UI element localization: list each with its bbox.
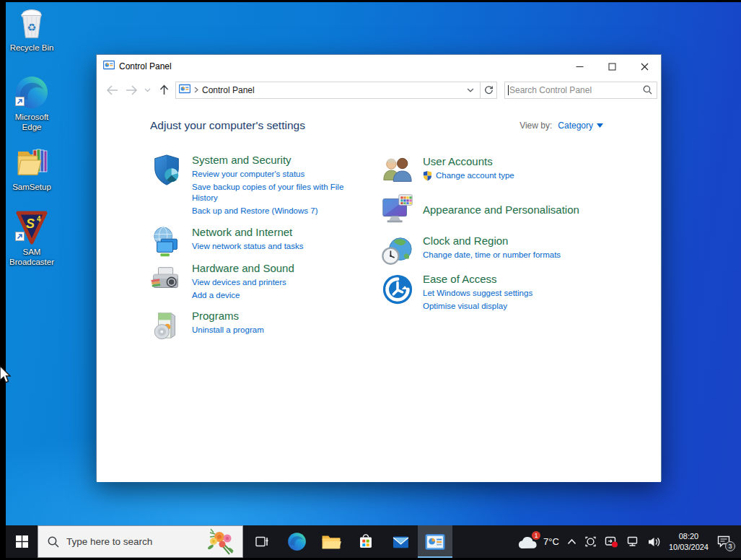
category-link[interactable]: Change date, time or number formats <box>423 250 561 261</box>
category-user-accounts: User Accounts Change account type <box>381 155 514 188</box>
edge-icon <box>14 75 49 110</box>
control-panel-icon <box>425 533 445 551</box>
control-panel-search[interactable] <box>504 82 657 99</box>
taskbar-clock[interactable]: 08:20 10/03/2024 <box>669 531 709 553</box>
sam-broadcaster-icon: S 4 <box>14 210 49 245</box>
forward-arrow-icon <box>126 85 138 95</box>
forward-button[interactable] <box>123 82 139 99</box>
weather-alert-badge: 1 <box>532 531 540 540</box>
category-title[interactable]: Ease of Access <box>423 273 532 285</box>
category-link[interactable]: View network status and tasks <box>192 241 303 252</box>
category-title[interactable]: Clock and Region <box>423 235 561 247</box>
category-ease-of-access: Ease of Access Let Windows suggest setti… <box>381 273 532 312</box>
back-button[interactable] <box>104 82 120 99</box>
refresh-button[interactable] <box>481 82 497 99</box>
tray-meet-now-icon[interactable] <box>584 535 597 548</box>
task-view-button[interactable] <box>245 525 279 558</box>
two-users-icon[interactable] <box>381 155 414 188</box>
clock-date: 10/03/2024 <box>669 542 709 553</box>
window-titlebar[interactable]: Control Panel <box>97 55 661 78</box>
search-icon[interactable] <box>643 85 652 95</box>
recent-pages-button[interactable] <box>143 82 152 99</box>
breadcrumb[interactable]: Control Panel <box>202 85 460 95</box>
flower-bouquet-icon[interactable] <box>206 528 237 556</box>
category-title[interactable]: Appearance and Personalisation <box>423 204 579 216</box>
network-ethernet-icon[interactable] <box>626 536 639 548</box>
category-title[interactable]: User Accounts <box>423 155 514 167</box>
address-bar[interactable]: Control Panel <box>175 82 481 99</box>
file-explorer-icon <box>321 533 341 551</box>
category-link[interactable]: Back up and Restore (Windows 7) <box>192 206 352 216</box>
globe-clock-icon[interactable] <box>381 235 414 268</box>
volume-icon[interactable] <box>647 536 661 548</box>
category-network-and-internet: Network and Internet View network status… <box>150 226 303 259</box>
category-title[interactable]: Network and Internet <box>192 226 303 238</box>
chevron-down-icon <box>144 88 151 92</box>
close-button[interactable] <box>628 55 661 78</box>
category-programs: Programs Uninstall a program <box>150 310 264 343</box>
ease-of-access-icon[interactable] <box>381 273 414 306</box>
minimize-button[interactable] <box>564 55 596 78</box>
uac-shield-icon <box>423 170 432 181</box>
desktop-icon-sam-broadcaster[interactable]: S 4 SAM Broadcaster <box>4 210 59 268</box>
taskbar-search-input[interactable] <box>66 536 199 547</box>
weather-widget[interactable]: 1 7°C <box>517 534 559 550</box>
category-link[interactable]: Review your computer's status <box>192 169 352 180</box>
taskbar-edge-button[interactable] <box>279 525 314 558</box>
address-dropdown-button[interactable] <box>464 88 477 92</box>
system-tray: 1 7°C <box>517 525 741 558</box>
svg-text:♻: ♻ <box>27 22 37 33</box>
view-by-control: View by: Category <box>519 121 603 131</box>
category-link[interactable]: Uninstall a program <box>192 325 264 336</box>
network-globe-monitors-icon[interactable] <box>150 226 183 259</box>
desktop-icon-samsetup[interactable]: SamSetup <box>4 145 59 192</box>
taskbar-file-explorer-button[interactable] <box>314 525 348 558</box>
category-hardware-and-sound: Hardware and Sound View devices and prin… <box>150 262 294 301</box>
taskbar-search[interactable] <box>38 525 243 558</box>
recycle-bin-icon: ♻ <box>14 6 49 40</box>
view-by-dropdown[interactable]: Category <box>558 121 603 131</box>
category-link[interactable]: Optimise visual display <box>423 301 532 312</box>
tray-sync-alert-icon[interactable] <box>605 535 618 548</box>
control-panel-icon <box>179 83 190 97</box>
category-title[interactable]: Hardware and Sound <box>192 262 294 274</box>
category-link[interactable]: Change account type <box>436 170 514 181</box>
desktop-icon-label: SAM Broadcaster <box>4 247 59 268</box>
edge-icon <box>287 532 307 551</box>
shortcut-arrow-icon <box>15 96 25 109</box>
svg-text:S: S <box>26 216 35 231</box>
control-panel-content: Adjust your computer's settings View by:… <box>97 102 661 482</box>
start-button[interactable] <box>6 525 38 558</box>
system-security-shield-icon[interactable] <box>150 154 183 187</box>
category-title[interactable]: Programs <box>192 310 264 322</box>
printer-icon[interactable] <box>150 262 183 295</box>
maximize-button[interactable] <box>596 55 628 78</box>
window-title: Control Panel <box>119 61 564 71</box>
mail-icon <box>391 533 411 551</box>
taskbar-control-panel-button[interactable] <box>418 525 452 558</box>
category-link[interactable]: View devices and printers <box>192 277 294 288</box>
category-link[interactable]: Add a device <box>192 290 294 301</box>
screen: ♻ Recycle Bin Microsoft Edge <box>0 0 741 560</box>
breadcrumb-chevron-icon[interactable] <box>194 87 198 93</box>
desktop-icon-recycle-bin[interactable]: ♻ Recycle Bin <box>4 6 59 53</box>
show-hidden-icons-button[interactable] <box>567 538 576 545</box>
taskbar: 1 7°C <box>6 525 741 558</box>
category-link[interactable]: Save backup copies of your files with Fi… <box>192 182 352 204</box>
software-box-cd-icon[interactable] <box>150 310 183 343</box>
action-center-button[interactable]: 3 <box>716 535 732 549</box>
chevron-down-icon <box>467 88 474 92</box>
desktop-icon-label: Microsoft Edge <box>4 112 59 133</box>
desktop-icon-microsoft-edge[interactable]: Microsoft Edge <box>4 75 59 133</box>
taskbar-mail-button[interactable] <box>383 525 418 558</box>
monitor-palette-icon[interactable] <box>381 193 414 226</box>
search-input[interactable] <box>509 85 643 95</box>
desktop-icon-label: SamSetup <box>12 182 51 192</box>
category-title[interactable]: System and Security <box>192 154 352 166</box>
task-view-icon <box>255 535 269 548</box>
category-link[interactable]: Let Windows suggest settings <box>423 288 532 299</box>
close-icon <box>641 63 649 71</box>
weather-temperature: 7°C <box>543 536 559 547</box>
taskbar-store-button[interactable] <box>348 525 383 558</box>
up-button[interactable] <box>156 82 172 99</box>
